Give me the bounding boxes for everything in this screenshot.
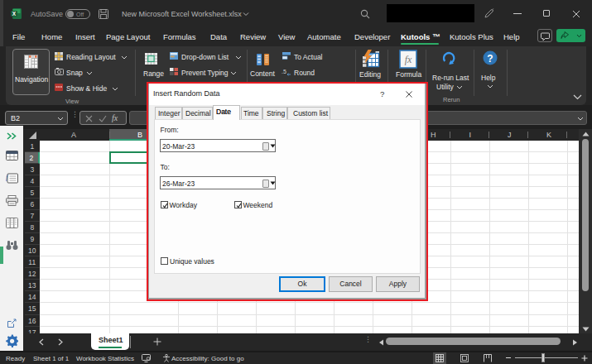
- svg-text:?: ?: [487, 53, 493, 65]
- svg-text:fx: fx: [405, 54, 412, 65]
- svg-text:X: X: [12, 11, 17, 17]
- svg-text:.5: .5: [282, 69, 286, 74]
